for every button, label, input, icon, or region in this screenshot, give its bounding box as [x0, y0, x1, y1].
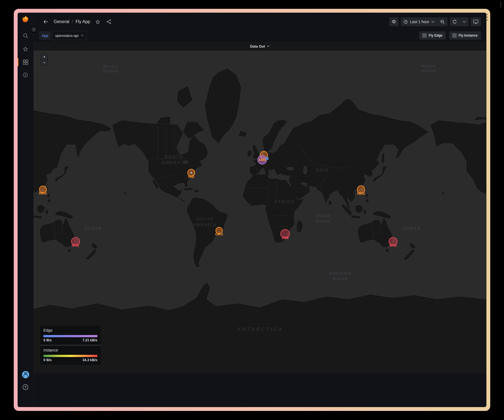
zoom-in-button[interactable]: + [41, 54, 48, 59]
grafana-app: › [18, 13, 486, 407]
map-label: ASIA [316, 168, 329, 172]
legend-min: 0 B/s [43, 338, 52, 342]
marker-label-gru: GRU [215, 232, 223, 236]
time-range-label: Last 1 hour [410, 20, 429, 24]
star-dashboard-button[interactable] [94, 18, 102, 26]
app-window: › [14, 9, 490, 411]
refresh-interval-dropdown[interactable] [460, 17, 469, 26]
sidebar: › [18, 13, 34, 407]
variable-label: App [39, 31, 51, 40]
star-icon [23, 46, 28, 52]
legend-gradient-bar [43, 355, 97, 357]
legend-max: 7.21 kB/s [83, 338, 97, 342]
zoom-out-button[interactable]: − [41, 60, 48, 65]
marker-label-syd: SYD [72, 244, 79, 248]
topbar-actions: ⚙ Last 1 hour [389, 17, 481, 26]
fly-instance-link[interactable]: Fly Instance [449, 31, 481, 40]
map-legend: Edge 0 B/s 7.21 kB/s Instance 0 B/s [40, 326, 101, 365]
main-area: General / Fly App [33, 13, 486, 407]
monitor-icon [473, 19, 478, 24]
refresh-icon [453, 20, 457, 24]
window-border-dot [486, 19, 488, 21]
legend-section-instance: Instance 0 B/s 34.3 kB/s [40, 345, 101, 365]
screen-corner-dot [500, 2, 501, 3]
chevron-down-icon [431, 21, 434, 23]
sidebar-item-starred[interactable] [18, 43, 33, 55]
marker-label-hkg: HKG [357, 192, 365, 196]
compass-icon [23, 72, 28, 78]
legend-title: Instance [43, 348, 97, 352]
marker-label-ams: AMS [258, 158, 266, 162]
marker-center-dot [190, 172, 192, 174]
breadcrumb-title: Fly App [75, 19, 90, 24]
marker-label-iad: IAD [188, 175, 195, 179]
time-range-group: Last 1 hour [401, 17, 448, 26]
top-navbar: General / Fly App [33, 13, 486, 29]
breadcrumb: General / Fly App [54, 19, 90, 24]
grafana-logo[interactable] [22, 15, 29, 23]
dashboards-icon [23, 60, 28, 65]
chevron-down-icon [463, 21, 466, 23]
app-variable-value: openstatus-api [55, 34, 78, 38]
map-label: OCEAN [403, 226, 420, 231]
panel-links: Fly Edge Fly Instance [419, 31, 481, 40]
legend-section-edge: Edge 0 B/s 7.21 kB/s [40, 326, 101, 345]
fly-edge-link[interactable]: Fly Edge [419, 31, 446, 40]
map-zoom-control: + − [41, 54, 48, 65]
marker-label-hkg: HKG [39, 191, 47, 195]
geomap[interactable]: ArcticOceanArcticOceanNORTHAMERICAASIAAF… [34, 51, 486, 374]
time-range-picker[interactable]: Last 1 hour [401, 17, 437, 26]
map-marker[interactable] [266, 157, 269, 160]
marker-label-jnb: JNB [281, 236, 289, 240]
panel-title: Data Out [250, 44, 265, 48]
screen-corner-dot [500, 6, 501, 7]
sidebar-item-dashboards[interactable] [18, 56, 33, 68]
screen-corner-dot [500, 4, 501, 5]
tv-mode-button[interactable] [471, 17, 481, 26]
legend-title: Edge [43, 328, 97, 333]
apps-icon [453, 34, 456, 37]
user-avatar[interactable] [22, 371, 29, 378]
refresh-button[interactable] [450, 17, 460, 26]
breadcrumb-folder[interactable]: General [54, 19, 69, 24]
share-icon[interactable] [105, 18, 113, 25]
chevron-down-icon [267, 45, 270, 47]
dashboard-submenu: App openstatus-api Fly Edge Fly Instance [33, 29, 486, 42]
marker-label-syd: SYD [389, 244, 397, 248]
breadcrumb-separator: / [72, 19, 73, 24]
search-icon [23, 33, 28, 39]
map-label: AFRICA [274, 199, 295, 204]
legend-gradient-bar [43, 335, 97, 337]
map-label: ANTARCTICA [237, 326, 283, 332]
panel-header[interactable]: Data Out [34, 42, 486, 51]
window-border-dot [486, 14, 488, 15]
back-button[interactable] [42, 18, 50, 26]
window-border-dot [486, 17, 488, 18]
app-variable-dropdown[interactable]: openstatus-api [52, 31, 87, 40]
sidebar-item-search[interactable] [18, 29, 33, 42]
fly-instance-label: Fly Instance [459, 34, 478, 37]
gear-icon: ⚙ [392, 19, 396, 24]
zoom-out-time-button[interactable] [437, 17, 448, 26]
apps-icon [423, 34, 426, 37]
map-label: ArcticOcean [103, 64, 118, 73]
legend-min: 0 B/s [43, 358, 52, 362]
legend-max: 34.3 kB/s [83, 358, 97, 362]
geomap-panel: Data Out [34, 42, 486, 374]
world-map[interactable]: ArcticOceanArcticOceanNORTHAMERICAASIAAF… [34, 51, 486, 374]
magnifier-minus-icon [440, 20, 445, 24]
chevron-down-icon [81, 35, 84, 36]
map-label: OCEAN [84, 226, 102, 231]
map-label: ArcticOcean [421, 64, 437, 73]
refresh-group [450, 17, 469, 26]
dashboard-settings-button[interactable]: ⚙ [389, 17, 399, 26]
help-icon[interactable]: ? [23, 384, 28, 390]
sidebar-item-explore[interactable] [18, 68, 33, 81]
fly-edge-label: Fly Edge [429, 34, 442, 37]
clock-icon [404, 20, 408, 24]
